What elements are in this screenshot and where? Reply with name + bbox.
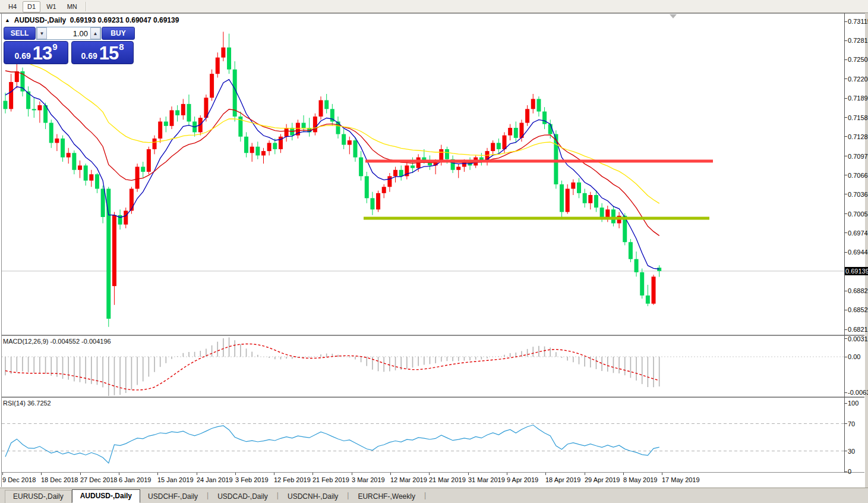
tab-separator: | bbox=[206, 491, 210, 501]
time-axis-label: 17 May 2019 bbox=[662, 476, 700, 483]
price-axis-label: 0.71890 bbox=[848, 95, 868, 102]
symbol-tab-bar: EURUSD-,DailyAUDUSD-,DailyUSDCHF-,Daily|… bbox=[0, 488, 868, 503]
time-axis-label: 3 Mar 2019 bbox=[352, 476, 385, 483]
price-axis-label: 0.70360 bbox=[848, 191, 868, 198]
time-axis-tick bbox=[2, 473, 3, 475]
tab-separator: | bbox=[276, 491, 280, 501]
symbol-up-triangle-icon: ▲ bbox=[5, 17, 10, 23]
price-axis-label: 0.68825 bbox=[848, 287, 868, 294]
timeframe-button-h4[interactable]: H4 bbox=[4, 1, 21, 12]
symbol-tab-usdchf[interactable]: USDCHF-,Daily bbox=[140, 491, 206, 503]
rsi-axis-label: 30 bbox=[848, 448, 855, 455]
time-axis-tick bbox=[662, 473, 662, 475]
timeframe-button-w1[interactable]: W1 bbox=[42, 1, 61, 12]
timeframe-button-d1[interactable]: D1 bbox=[23, 1, 40, 12]
price-axis-tick bbox=[844, 310, 847, 310]
price-axis-label: 0.73115 bbox=[848, 18, 868, 25]
symbol-tab-eurchf[interactable]: EURCHF-,Weekly bbox=[350, 491, 422, 503]
macd-label: MACD(12,26,9) -0.004552 -0.004196 bbox=[3, 338, 111, 345]
price-axis-tick bbox=[844, 213, 847, 214]
time-axis-tick bbox=[274, 473, 274, 475]
chart-canvas[interactable] bbox=[2, 14, 844, 472]
time-axis-label: 9 Apr 2019 bbox=[507, 476, 538, 483]
time-axis-tick bbox=[197, 473, 197, 475]
price-axis-label: 0.70050 bbox=[848, 210, 868, 218]
chart-shift-marker-icon[interactable] bbox=[670, 14, 677, 18]
symbol-tab-eurusd[interactable]: EURUSD-,Daily bbox=[5, 490, 72, 503]
time-axis-label: 29 Apr 2019 bbox=[585, 476, 620, 483]
price-axis-line bbox=[844, 13, 845, 473]
buy-button[interactable]: BUY bbox=[102, 27, 135, 40]
time-axis-label: 3 Feb 2019 bbox=[235, 476, 269, 483]
symbol-tab-usdcnh[interactable]: USDCNH-,Daily bbox=[280, 491, 346, 503]
current-price-badge: 0.69139 bbox=[845, 267, 868, 275]
price-axis-label: 0.69440 bbox=[848, 249, 868, 256]
timeframe-button-mn[interactable]: MN bbox=[62, 1, 82, 12]
price-axis-label: 0.72200 bbox=[848, 76, 868, 83]
price-axis-tick bbox=[844, 40, 847, 41]
rsi-label: RSI(14) 36.7252 bbox=[3, 400, 51, 407]
symbol-tab-audusd[interactable]: AUDUSD-,Daily bbox=[72, 489, 140, 503]
time-axis-tick bbox=[585, 473, 585, 475]
time-axis-tick bbox=[235, 473, 236, 475]
time-axis-tick bbox=[507, 473, 507, 475]
rsi-axis-tick bbox=[844, 451, 847, 451]
sell-price-prefix: 0.69 bbox=[14, 50, 30, 62]
time-axis-label: 18 Apr 2019 bbox=[545, 476, 580, 483]
macd-axis-tick bbox=[844, 392, 847, 393]
time-axis-tick bbox=[80, 473, 81, 475]
price-axis-tick bbox=[844, 329, 847, 330]
price-axis-tick bbox=[844, 232, 847, 233]
time-axis-tick bbox=[390, 473, 391, 475]
price-axis-label: 0.72810 bbox=[848, 37, 868, 44]
price-axis-tick bbox=[844, 98, 847, 99]
symbol-tab-usdcad[interactable]: USDCAD-,Daily bbox=[210, 491, 276, 503]
buy-price-sup: 8 bbox=[119, 42, 124, 51]
price-axis-label: 0.71585 bbox=[848, 114, 868, 121]
price-axis-label: 0.70970 bbox=[848, 153, 868, 160]
rsi-axis-tick bbox=[844, 403, 847, 404]
chart-title: ▲ AUDUSD-,Daily 0.69193 0.69231 0.69047 … bbox=[5, 16, 179, 24]
macd-axis-tick bbox=[844, 357, 847, 357]
sell-price-sup: 9 bbox=[52, 42, 57, 51]
time-axis-label: 6 Jan 2019 bbox=[119, 476, 151, 483]
price-axis-label: 0.70665 bbox=[848, 172, 868, 179]
time-axis-label: 24 Jan 2019 bbox=[197, 476, 233, 483]
rsi-axis-tick bbox=[844, 471, 847, 472]
sell-price-panel[interactable]: 0.69 13 9 bbox=[4, 41, 68, 64]
price-axis-tick bbox=[844, 175, 847, 175]
toolbar-separator bbox=[86, 2, 87, 11]
time-axis-tick bbox=[468, 473, 469, 475]
sell-button[interactable]: SELL bbox=[4, 27, 36, 40]
volume-increase-button[interactable]: ▲ bbox=[90, 27, 100, 39]
buy-price-prefix: 0.69 bbox=[81, 50, 97, 62]
time-axis-label: 8 May 2019 bbox=[623, 476, 657, 483]
time-axis-label: 21 Mar 2019 bbox=[429, 476, 466, 483]
macd-axis-tick bbox=[844, 338, 847, 339]
time-axis-tick bbox=[623, 473, 624, 475]
time-axis-separator bbox=[2, 472, 864, 473]
price-axis-label: 0.68210 bbox=[848, 326, 868, 333]
time-axis-label: 18 Dec 2018 bbox=[41, 476, 78, 483]
macd-axis-label: -0.006317 bbox=[848, 389, 868, 396]
tab-separator: | bbox=[346, 491, 350, 501]
volume-input[interactable] bbox=[47, 27, 90, 39]
time-axis-label: 15 Jan 2019 bbox=[157, 476, 194, 483]
volume-box: ▼ ▲ bbox=[36, 27, 101, 40]
price-axis-tick bbox=[844, 252, 847, 253]
time-axis-tick bbox=[119, 473, 119, 475]
rsi-axis-label: 70 bbox=[848, 420, 855, 427]
macd-axis-label: 0.00 bbox=[848, 353, 860, 360]
price-axis-tick bbox=[844, 59, 847, 60]
time-axis-tick bbox=[545, 473, 546, 475]
timeframe-toolbar: H4D1W1MN bbox=[0, 0, 868, 13]
buy-price-panel[interactable]: 0.69 15 8 bbox=[71, 41, 134, 64]
rsi-axis-label: 100 bbox=[848, 400, 858, 407]
time-axis-label: 9 Dec 2018 bbox=[2, 476, 36, 483]
time-axis-label: 12 Feb 2019 bbox=[274, 476, 311, 483]
price-axis-tick bbox=[844, 291, 847, 291]
time-axis-label: 12 Mar 2019 bbox=[390, 476, 427, 483]
volume-decrease-button[interactable]: ▼ bbox=[37, 27, 47, 39]
time-axis-label: 21 Feb 2019 bbox=[313, 476, 349, 483]
time-axis-label: 31 Mar 2019 bbox=[468, 476, 505, 483]
